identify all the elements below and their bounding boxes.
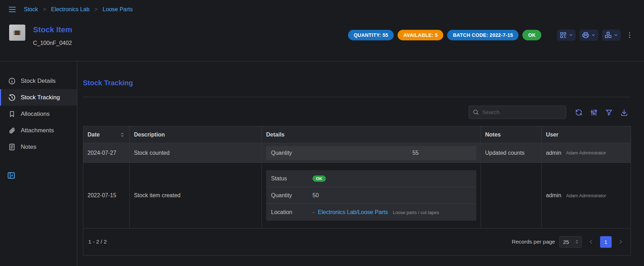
chevron-down-icon xyxy=(568,33,573,38)
chevron-down-icon xyxy=(613,33,618,38)
stock-item-thumbnail[interactable] xyxy=(9,25,25,41)
sidebar-collapse-button[interactable] xyxy=(7,171,15,180)
title-block: Stock Item C_100nF_0402 xyxy=(33,25,72,46)
page-1-button[interactable]: 1 xyxy=(600,236,612,248)
print-actions-button[interactable] xyxy=(579,29,598,41)
detail-row-location: Location - Electronics Lab/Loose Parts L… xyxy=(266,204,476,221)
detail-value: 50 xyxy=(313,192,319,199)
location-link[interactable]: Electronics Lab/Loose Parts xyxy=(318,209,388,215)
table-row[interactable]: 2022-07-15 Stock item created Status OK … xyxy=(83,163,631,228)
dots-vertical-icon xyxy=(626,31,633,39)
content: Stock Details Stock Tracking Allocations… xyxy=(0,61,644,266)
panel-title: Stock Tracking xyxy=(83,79,631,87)
bookmark-icon xyxy=(8,110,16,118)
column-header-user[interactable]: User xyxy=(542,126,631,143)
table-row[interactable]: 2024-07-27 Stock counted Quantity 55 Upd… xyxy=(83,143,631,163)
batch-code-badge: BATCH CODE: 2022-7-15 xyxy=(447,30,519,40)
packages-icon xyxy=(604,31,612,39)
detail-label: Status xyxy=(271,175,313,182)
search-box[interactable] xyxy=(469,106,566,119)
page-title: Stock Item xyxy=(33,25,72,34)
column-header-description[interactable]: Description xyxy=(130,126,262,143)
capacitor-image xyxy=(13,31,21,35)
info-circle-icon xyxy=(8,77,16,85)
sidebar-item-allocations[interactable]: Allocations xyxy=(0,106,77,122)
username: admin xyxy=(546,192,561,199)
chevron-down-icon xyxy=(591,33,596,38)
sidebar-item-label: Attachments xyxy=(21,127,54,134)
cell-details: Quantity 55 xyxy=(262,143,481,162)
stock-item-name: C_100nF_0402 xyxy=(33,40,72,46)
selector-icon xyxy=(574,239,579,244)
sidebar-item-stock-details[interactable]: Stock Details xyxy=(0,73,77,89)
location-caption: Loose parts / cut tapes xyxy=(393,210,439,215)
record-range: 1 - 2 / 2 xyxy=(88,239,107,245)
search-input[interactable] xyxy=(482,109,562,115)
header-right: QUANTITY: 55 AVAILABLE: 5 BATCH CODE: 20… xyxy=(348,29,635,41)
more-actions-button[interactable] xyxy=(624,30,635,40)
prev-page-button[interactable] xyxy=(586,237,596,247)
quantity-badge: QUANTITY: 55 xyxy=(348,30,394,40)
note-icon xyxy=(8,143,16,151)
refresh-button[interactable] xyxy=(572,107,586,118)
records-per-page-select[interactable]: 25 xyxy=(559,236,582,248)
status-badge: OK xyxy=(522,30,541,40)
column-label: User xyxy=(546,132,559,138)
table-toolbar xyxy=(83,106,631,119)
column-header-details[interactable]: Details xyxy=(262,126,481,143)
filter-button[interactable] xyxy=(602,107,616,118)
search-icon xyxy=(472,109,479,116)
column-header-date[interactable]: Date xyxy=(83,126,130,143)
column-label: Notes xyxy=(485,132,501,138)
download-button[interactable] xyxy=(617,107,631,118)
column-label: Details xyxy=(266,132,284,138)
qrcode-icon xyxy=(559,31,567,39)
adjustments-icon xyxy=(590,108,598,117)
breadcrumb-separator: > xyxy=(43,6,46,13)
breadcrumb-stock[interactable]: Stock xyxy=(24,6,38,13)
location-value: - Electronics Lab/Loose Parts Loose part… xyxy=(313,209,439,215)
cell-details: Status OK Quantity 50 Location - xyxy=(262,163,481,228)
location-prefix: - xyxy=(313,209,314,215)
cell-description: Stock counted xyxy=(130,143,262,162)
breadcrumb-electronics-lab[interactable]: Electronics Lab xyxy=(51,6,89,13)
breadcrumb-loose-parts[interactable]: Loose Parts xyxy=(103,6,133,13)
sort-icon[interactable] xyxy=(120,132,125,138)
page-header: Stock Item C_100nF_0402 QUANTITY: 55 AVA… xyxy=(0,19,644,61)
refresh-icon xyxy=(575,108,583,117)
detail-value: 55 xyxy=(313,150,476,156)
user-fullname: Adam Administrator xyxy=(566,193,606,198)
breadcrumb-separator: > xyxy=(95,6,98,13)
chevron-right-icon xyxy=(617,238,624,245)
paperclip-icon xyxy=(8,127,16,134)
table-settings-button[interactable] xyxy=(587,107,601,118)
column-header-notes[interactable]: Notes xyxy=(481,126,542,143)
detail-label: Quantity xyxy=(271,192,313,199)
status-ok-badge: OK xyxy=(313,175,326,182)
sidebar-item-label: Stock Details xyxy=(21,78,56,85)
user-fullname: Adam Administrator xyxy=(566,150,606,155)
stock-operations-button[interactable] xyxy=(602,29,621,41)
sidebar-item-notes[interactable]: Notes xyxy=(0,139,77,155)
detail-row-quantity: Quantity 50 xyxy=(266,187,476,204)
cell-date: 2022-07-15 xyxy=(83,163,130,228)
cell-description: Stock item created xyxy=(130,163,262,228)
sidebar-item-label: Allocations xyxy=(21,111,50,118)
detail-row-quantity: Quantity 55 xyxy=(266,146,476,160)
next-page-button[interactable] xyxy=(616,237,626,247)
column-label: Date xyxy=(88,132,100,138)
barcode-actions-button[interactable] xyxy=(557,29,576,41)
sidebar-item-attachments[interactable]: Attachments xyxy=(0,122,77,139)
filter-icon xyxy=(605,108,613,117)
panel-divider xyxy=(83,97,631,97)
download-icon xyxy=(620,108,628,117)
records-per-page-value: 25 xyxy=(563,239,569,245)
stock-tracking-table: Date Description Details Notes xyxy=(83,126,631,255)
menu-icon[interactable] xyxy=(8,5,17,14)
topbar: Stock > Electronics Lab > Loose Parts xyxy=(0,0,644,19)
sidebar-item-stock-tracking[interactable]: Stock Tracking xyxy=(0,89,77,106)
detail-label: Location xyxy=(271,209,313,215)
breadcrumb: Stock > Electronics Lab > Loose Parts xyxy=(24,6,133,13)
cell-user: admin Adam Administrator xyxy=(542,143,631,162)
cell-date: 2024-07-27 xyxy=(83,143,130,162)
